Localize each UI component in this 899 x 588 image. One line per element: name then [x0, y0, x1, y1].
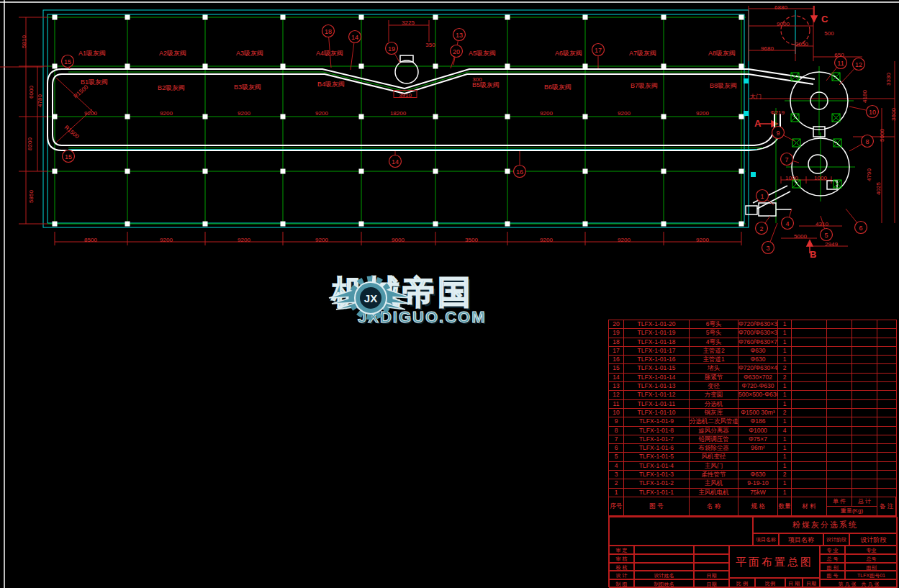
- parts-cell-spec: [738, 400, 778, 408]
- dwgno-value-3: TLFX图号01: [845, 571, 898, 579]
- dimension-text: 2949: [825, 241, 838, 248]
- parts-cell-seq: 3: [609, 471, 624, 479]
- svg-text:3: 3: [766, 245, 769, 252]
- parts-cell-unit: [827, 489, 852, 497]
- parts-cell-total: [852, 338, 877, 346]
- parts-cell-total: [852, 329, 877, 337]
- balloon-10: 10: [849, 106, 879, 118]
- svg-text:17: 17: [595, 47, 602, 54]
- dimension-text: 4790: [866, 168, 872, 181]
- sign-name-0: [634, 546, 694, 554]
- parts-cell-code: TLFX-1-01-20: [624, 320, 690, 328]
- balloon-7: 7: [781, 153, 800, 166]
- svg-text:2: 2: [759, 225, 763, 232]
- parts-header-seq: 序号: [609, 497, 624, 516]
- dwgno-value-1: 总号: [845, 554, 898, 563]
- dwgno-value-2: 图别: [845, 563, 898, 571]
- logo-cell: [609, 517, 753, 546]
- parts-cell-note: [877, 435, 896, 443]
- parts-cell-unit: [827, 417, 852, 425]
- valve-label: B1吸灰阀: [81, 78, 108, 86]
- dimension-text: 9200: [238, 110, 250, 117]
- project-value: 项目名称: [779, 533, 823, 546]
- parts-cell-seq: 8: [609, 427, 624, 435]
- parts-cell-qty: 1: [778, 462, 792, 470]
- parts-cell-name: 分选机: [690, 400, 738, 408]
- parts-cell-spec: Φ630: [738, 356, 778, 363]
- parts-cell-material: [792, 435, 827, 443]
- parts-cell-material: [792, 400, 827, 408]
- parts-cell-material: [792, 471, 827, 479]
- parts-rows: 20TLFX-1-01-206弯头Φ720/Φ630×380119TLFX-1-…: [609, 320, 896, 497]
- section-letter-B: B: [810, 249, 816, 260]
- dimension-text: 18200: [390, 110, 407, 117]
- parts-cell-note: [877, 391, 896, 399]
- parts-cell-name: 柔性管节: [690, 471, 738, 479]
- dimension-text: 350: [425, 42, 435, 48]
- parts-cell-unit: [827, 382, 852, 390]
- parts-cell-name: 布袋除尘器: [690, 444, 738, 452]
- parts-cell-qty: 2: [778, 364, 792, 372]
- parts-cell-unit: [827, 409, 852, 417]
- parts-header-weight-group: 单 件总 计重量(Kg): [827, 497, 877, 516]
- parts-cell-unit: [827, 444, 852, 452]
- balloon-16: 16: [514, 151, 526, 178]
- parts-cell-name: 堵头: [690, 364, 738, 372]
- sign-name-1: [634, 554, 694, 563]
- parts-cell-code: TLFX-1-01-12: [624, 391, 690, 399]
- parts-cell-spec: [738, 453, 778, 461]
- sign-label-4: 制 图: [609, 579, 634, 588]
- parts-row: 10TLFX-1-01-10钢灰库Φ1500 30m³2: [609, 409, 896, 417]
- scale-value: 比例: [755, 578, 785, 588]
- parts-cell-name: 风机变径: [690, 453, 738, 461]
- dimension-text: 3500: [465, 237, 478, 243]
- parts-cell-note: [877, 453, 896, 461]
- parts-cell-unit: [827, 374, 852, 381]
- svg-text:20: 20: [453, 48, 460, 55]
- parts-cell-name: 主风机: [690, 479, 738, 487]
- parts-row: 19TLFX-1-01-195弯头Φ700/Φ630×3801: [609, 329, 896, 338]
- parts-row: 8TLFX-1-01-8旋风分离器Φ10004: [609, 427, 896, 435]
- parts-cell-code: TLFX-1-01-6: [624, 444, 690, 452]
- parts-cell-unit: [827, 462, 852, 470]
- parts-cell-qty: 1: [778, 329, 792, 337]
- dimension-text: 3910: [399, 92, 412, 99]
- parts-cell-spec: 96m²: [738, 444, 778, 452]
- parts-cell-spec: 75kW: [738, 489, 778, 497]
- sign-label-1: 审 核: [609, 554, 634, 563]
- parts-cell-material: [792, 329, 827, 337]
- parts-cell-unit: [827, 338, 852, 346]
- parts-cell-material: [792, 356, 827, 363]
- parts-cell-note: [877, 409, 896, 417]
- valve-label: B6吸灰阀: [544, 83, 572, 91]
- parts-cell-name: 方变圆: [690, 391, 738, 399]
- parts-cell-material: [792, 427, 827, 435]
- parts-cell-code: TLFX-1-01-17: [624, 347, 690, 355]
- parts-cell-seq: 15: [609, 364, 624, 372]
- parts-cell-total: [852, 417, 877, 425]
- balloon-20: 20: [451, 45, 463, 69]
- watermark-monogram: JX: [364, 292, 377, 304]
- parts-cell-material: [792, 382, 827, 390]
- parts-cell-total: [852, 471, 877, 479]
- dimension-text: 9200: [696, 110, 709, 117]
- dwgno-label-3: 图 号: [820, 571, 845, 579]
- sign-label-3: 设 计: [609, 571, 634, 579]
- dimension-text: 5810: [21, 35, 27, 48]
- parts-cell-total: [852, 435, 877, 443]
- parts-cell-note: [877, 338, 896, 346]
- balloon-4: 4: [782, 209, 794, 230]
- parts-cell-seq: 1: [609, 489, 624, 497]
- parts-cell-qty: 4: [778, 427, 792, 435]
- parts-cell-spec: Φ1500 30m³: [738, 409, 778, 417]
- parts-cell-seq: 16: [609, 356, 624, 363]
- svg-text:12: 12: [855, 61, 862, 68]
- parts-cell-qty: 1: [778, 417, 792, 425]
- svg-text:19: 19: [388, 45, 395, 53]
- parts-cell-note: [877, 427, 896, 435]
- valve-label: A1吸灰阀: [78, 50, 106, 57]
- part-balloons: 15181419132017151416111210987124356: [62, 25, 879, 254]
- parts-cell-name: 分选机二次风管道: [690, 417, 738, 425]
- section-letter-C: C: [821, 14, 828, 24]
- dimension-text: 8500: [84, 237, 97, 243]
